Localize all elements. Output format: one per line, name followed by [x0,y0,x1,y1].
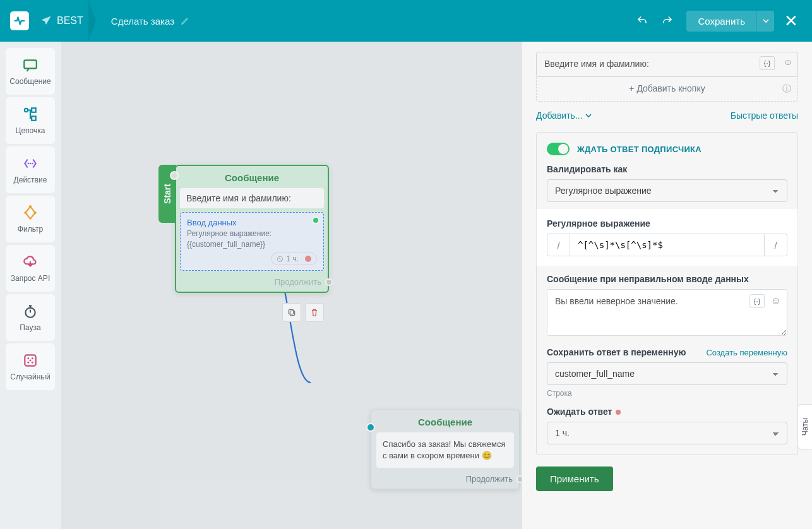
save-group: Сохранить [686,11,774,32]
svg-point-1 [25,109,28,112]
redo-button[interactable] [656,9,679,32]
svg-point-6 [32,163,33,165]
svg-rect-19 [289,309,293,314]
add-element-link[interactable]: Добавить... [536,110,592,121]
app-logo[interactable] [10,11,29,30]
ban-icon [277,256,284,263]
apply-button[interactable]: Применить [536,467,613,491]
copy-icon [287,307,297,318]
stopwatch-icon [22,303,39,319]
message-text-input[interactable]: Введите имя и фамилию: {·} ☺ [536,52,798,77]
node-text: Спасибо за заказ! Мы свяжемся с вами в с… [376,432,514,468]
tool-pause[interactable]: Пауза [6,294,55,341]
undo-button[interactable] [631,9,654,32]
output-port-valid[interactable] [312,217,319,224]
wait-time-label: Ожидать ответ [547,407,787,417]
action-icon [22,155,39,172]
insert-variable-button-2[interactable]: {·} [749,294,765,308]
variable-select[interactable]: customer_full_name [547,362,787,385]
wait-time-select[interactable]: 1 ч. [547,422,787,444]
svg-point-12 [27,357,29,359]
node-title: Сообщение [176,166,328,188]
tool-message[interactable]: Сообщение [6,48,55,95]
cloud-icon [22,254,39,270]
regex-label: Регулярное выражение [547,218,787,229]
chevron-down-icon [585,112,592,119]
svg-point-7 [29,205,32,208]
telegram-icon [40,15,52,27]
validate-label: Валидировать как [547,164,787,174]
save-variable-label: Сохранить ответ в переменную Создать пер… [547,347,787,357]
svg-point-8 [24,211,27,214]
wait-response-section: ЖДАТЬ ОТВЕТ ПОДПИСЧИКА Валидировать как … [536,132,798,455]
regex-highlight: Регулярное выражение / / [537,210,797,265]
copy-node-button[interactable] [282,303,301,322]
insert-variable-button[interactable]: {·} [760,56,775,70]
save-dropdown[interactable] [756,11,774,32]
tool-random[interactable]: Случайный [6,343,55,390]
trash-icon [309,307,319,318]
save-button[interactable]: Сохранить [686,11,756,32]
node-message-2[interactable]: Сообщение Спасибо за заказ! Мы свяжемся … [371,410,520,489]
output-port-timeout[interactable] [305,256,311,262]
properties-panel: Введите имя и фамилию: {·} ☺ + Добавить … [522,42,812,529]
filter-icon [22,205,39,221]
chain-icon [22,106,39,122]
wait-response-toggle[interactable] [547,143,570,155]
svg-point-16 [30,360,32,362]
node-text: Введите имя и фамилию: [180,188,324,208]
regex-slash-right: / [765,234,787,256]
flow-canvas[interactable]: Start Сообщение Введите имя и фамилию: В… [61,42,522,529]
invalid-message-label: Сообщение при неправильном вводе данных [547,274,787,284]
validate-select[interactable]: Регулярное выражение [547,179,787,202]
node-message-1[interactable]: Start Сообщение Введите имя и фамилию: В… [175,165,329,293]
flow-name[interactable]: Сделать заказ [111,16,174,27]
tool-api[interactable]: Запрос API [6,245,55,292]
delete-node-button[interactable] [305,303,324,322]
svg-point-4 [27,163,29,165]
required-dot [616,410,621,415]
svg-point-10 [25,308,35,318]
node-input-block[interactable]: Ввод данных Регулярное выражение: {{cust… [180,212,324,271]
output-port-continue[interactable] [325,278,333,286]
tool-action[interactable]: Действие [6,146,55,193]
node-actions [282,303,324,322]
tool-palette: Сообщение Цепочка Действие Фильтр Запрос… [0,42,61,529]
svg-rect-0 [24,60,37,68]
svg-point-5 [30,163,32,165]
create-variable-link[interactable]: Создать переменную [706,348,787,357]
emoji-button-2[interactable]: ☺ [771,295,781,307]
input-port[interactable] [366,423,375,432]
emoji-button[interactable]: ☺ [784,57,792,67]
close-button[interactable]: ✕ [780,11,802,31]
input-block-title: Ввод данных [187,218,317,227]
tool-chain[interactable]: Цепочка [6,97,55,144]
edit-icon[interactable] [181,16,189,25]
svg-point-15 [32,362,33,364]
breadcrumb-separator [88,0,101,42]
app-header: BEST Сделать заказ Сохранить ✕ [0,0,812,42]
chats-tab[interactable]: Чаты [797,404,812,449]
start-port[interactable] [170,171,179,180]
dice-icon [22,352,39,369]
node-continue: Продолжить [371,472,519,489]
svg-point-14 [27,362,29,364]
message-icon [22,57,39,73]
tool-filter[interactable]: Фильтр [6,196,55,242]
quick-replies-link[interactable]: Быстрые ответы [731,110,798,121]
svg-rect-2 [32,108,35,112]
wait-response-label: ЖДАТЬ ОТВЕТ ПОДПИСЧИКА [577,145,702,154]
input-block-sub1: Регулярное выражение: [187,229,317,238]
svg-rect-18 [290,311,294,315]
input-block-sub2: {{customer_full_name}} [187,240,317,249]
info-icon[interactable]: ⓘ [782,83,791,95]
variable-type-hint: Строка [547,389,787,398]
node-title: Сообщение [371,410,519,432]
svg-rect-3 [32,116,35,121]
regex-input[interactable] [570,234,765,256]
node-continue: Продолжить [176,275,328,292]
add-button-row[interactable]: + Добавить кнопку ⓘ [536,76,798,102]
bot-name[interactable]: BEST [57,15,83,27]
svg-point-9 [33,211,36,214]
input-timeout: 1 ч. [271,253,317,265]
